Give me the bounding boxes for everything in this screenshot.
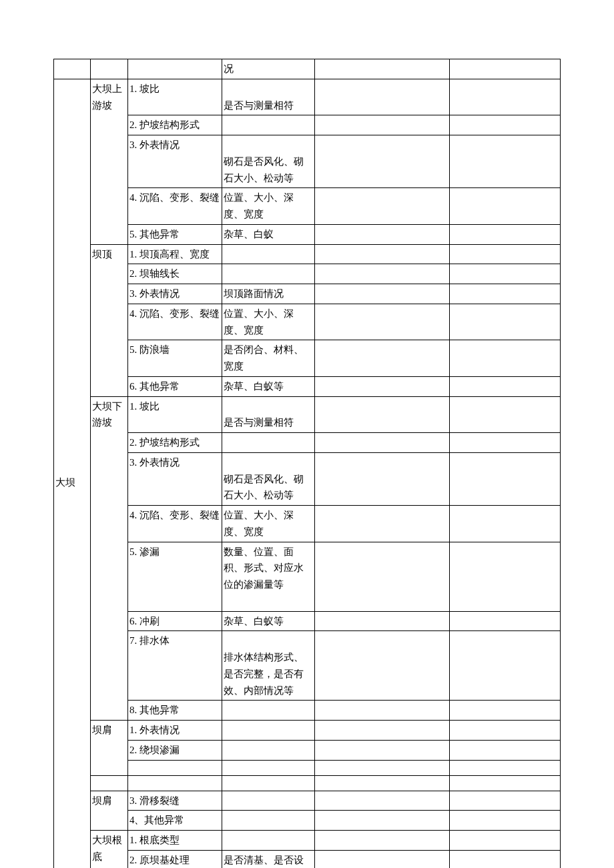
cell: 8. 其他异常 (127, 701, 222, 721)
cell (315, 721, 450, 741)
cell (315, 304, 450, 340)
cell (127, 775, 222, 791)
cell: 3. 外表情况 (127, 452, 222, 505)
cell (222, 264, 314, 284)
document-page: 况 大坝 大坝上游坡 1. 坡比 是否与测量相符 2. 护坡结构形式 3. 外表… (0, 0, 614, 868)
cell (222, 701, 314, 721)
cell (449, 831, 560, 851)
table-row: 4. 沉陷、变形、裂缝 位置、大小、深度、宽度 (54, 188, 561, 225)
cell: 6. 其他异常 (127, 376, 222, 396)
cell (315, 135, 450, 188)
cell (449, 396, 560, 433)
cell (315, 850, 450, 868)
cell (449, 115, 560, 135)
table-row (54, 775, 561, 791)
cell (315, 396, 450, 433)
cell (315, 631, 450, 701)
cell (315, 760, 450, 775)
cell: 3. 滑移裂缝 (127, 791, 222, 811)
cell (315, 433, 450, 453)
cell (449, 721, 560, 741)
table-row: 4. 沉陷、变形、裂缝 位置、大小、深度、宽度 (54, 506, 561, 542)
cell (449, 850, 560, 868)
cell (449, 740, 560, 760)
cell (222, 721, 314, 741)
cell (449, 811, 560, 831)
cell: 数量、位置、面积、形式、对应水位的渗漏量等 (222, 542, 314, 611)
cell (449, 701, 560, 721)
table-row: 2. 护坡结构形式 (54, 115, 561, 135)
cell: 4、其他异常 (127, 811, 222, 831)
table-row: 坝顶 1. 坝顶高程、宽度 (54, 244, 561, 264)
cell (315, 264, 450, 284)
table-row (54, 760, 561, 775)
table-row: 3. 外表情况 砌石是否风化、砌石大小、松动等 (54, 135, 561, 188)
cell (315, 740, 450, 760)
table-row: 2. 护坡结构形式 (54, 433, 561, 453)
table-row: 6. 冲刷 杂草、白蚁等 (54, 611, 561, 631)
cell (315, 115, 450, 135)
table-row: 8. 其他异常 (54, 701, 561, 721)
cell: 3. 外表情况 (127, 135, 222, 188)
cell: 是否与测量相符 (222, 79, 314, 115)
cell (449, 376, 560, 396)
cell (222, 115, 314, 135)
cell: 是否清基、是否设载水墙等 (222, 850, 314, 868)
table-row: 4、其他异常 (54, 811, 561, 831)
cell (449, 59, 560, 79)
cell: 3. 外表情况 (127, 284, 222, 304)
cell: 是否闭合、材料、宽度 (222, 340, 314, 377)
cell: 1. 坡比 (127, 79, 222, 115)
cell (449, 760, 560, 775)
cell (449, 452, 560, 505)
cell (449, 188, 560, 225)
cell: 1. 坝顶高程、宽度 (127, 244, 222, 264)
cell: 杂草、白蚁等 (222, 611, 314, 631)
inspection-table: 况 大坝 大坝上游坡 1. 坡比 是否与测量相符 2. 护坡结构形式 3. 外表… (53, 59, 561, 868)
cell: 位置、大小、深度、宽度 (222, 304, 314, 340)
cell-subcategory: 坝顶 (91, 244, 127, 396)
cell (127, 760, 222, 775)
cell (91, 775, 127, 791)
cell (222, 831, 314, 851)
cell: 2. 护坡结构形式 (127, 433, 222, 453)
cell (222, 811, 314, 831)
cell (449, 224, 560, 244)
cell (315, 224, 450, 244)
cell (315, 611, 450, 631)
cell-subcategory: 坝肩 (91, 721, 127, 776)
cell (315, 791, 450, 811)
cell (449, 135, 560, 188)
cell-subcategory: 大坝上游坡 (91, 79, 127, 244)
cell (449, 244, 560, 264)
table-row: 3. 外表情况 坝顶路面情况 (54, 284, 561, 304)
cell: 5. 其他异常 (127, 224, 222, 244)
cell (315, 244, 450, 264)
cell: 杂草、白蚁等 (222, 376, 314, 396)
table-row: 况 (54, 59, 561, 79)
table-row: 5. 其他异常 杂草、白蚁 (54, 224, 561, 244)
cell: 砌石是否风化、砌石大小、松动等 (222, 135, 314, 188)
cell: 1. 根底类型 (127, 831, 222, 851)
table-row: 6. 其他异常 杂草、白蚁等 (54, 376, 561, 396)
cell-subcategory: 大坝下游坡 (91, 396, 127, 721)
table-row: 坝肩 1. 外表情况 (54, 721, 561, 741)
cell: 4. 沉陷、变形、裂缝 (127, 304, 222, 340)
cell: 2. 坝轴线长 (127, 264, 222, 284)
cell (91, 59, 127, 79)
cell (315, 284, 450, 304)
cell-subcategory: 大坝根底 (91, 831, 127, 869)
cell (315, 701, 450, 721)
cell: 5. 防浪墙 (127, 340, 222, 377)
cell: 1. 外表情况 (127, 721, 222, 741)
table-row: 2. 绕坝渗漏 (54, 740, 561, 760)
cell (315, 542, 450, 611)
table-row: 2. 原坝基处理 是否清基、是否设载水墙等 (54, 850, 561, 868)
cell (222, 760, 314, 775)
cell: 砌石是否风化、砌石大小、松动等 (222, 452, 314, 505)
cell (315, 376, 450, 396)
cell (222, 433, 314, 453)
cell: 2. 护坡结构形式 (127, 115, 222, 135)
cell (315, 340, 450, 377)
cell (449, 791, 560, 811)
